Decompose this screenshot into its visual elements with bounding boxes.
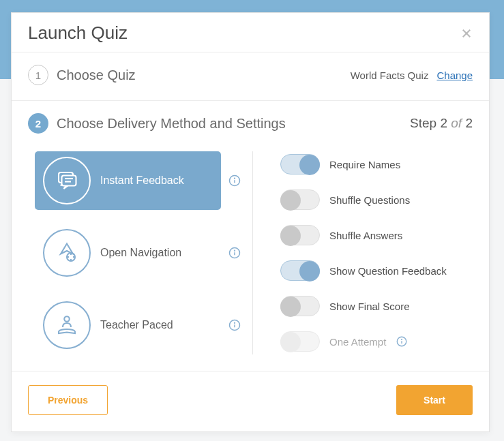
info-icon[interactable] [228,246,241,260]
toggle-show-feedback[interactable] [280,260,320,281]
step-2-content: Instant Feedback [12,134,489,371]
delivery-row-open-nav: Open Navigation [35,224,241,282]
delivery-instant-feedback[interactable]: Instant Feedback [35,151,221,210]
step-counter: Step 2 of 2 [410,116,473,131]
label-shuffle-answers: Shuffle Answers [329,230,402,241]
modal-footer: Previous Start [12,371,489,431]
selected-quiz-name: World Facts Quiz [351,70,429,81]
step-2-section-header: 2 Choose Delivery Method and Settings St… [12,101,489,134]
label-shuffle-questions: Shuffle Questions [329,194,410,206]
modal-header: Launch Quiz [12,13,489,52]
step-1-label: Choose Quiz [57,67,136,83]
start-button[interactable]: Start [396,385,473,415]
setting-shuffle-answers: Shuffle Answers [280,225,473,245]
delivery-instant-label: Instant Feedback [100,174,184,187]
step-counter-suffix: 2 [462,116,473,130]
toggle-require-names[interactable] [280,154,320,174]
close-icon[interactable] [460,27,473,40]
delivery-row-instant: Instant Feedback [35,151,241,210]
previous-button[interactable]: Previous [28,385,108,415]
step-2-number: 2 [28,113,48,134]
toggle-one-attempt [280,331,320,352]
label-show-score: Show Final Score [329,301,410,312]
delivery-open-nav-label: Open Navigation [100,247,181,259]
teacher-paced-icon [43,301,91,349]
svg-point-20 [235,322,235,323]
setting-require-names: Require Names [280,154,473,174]
step-2-label: Choose Delivery Method and Settings [57,116,286,132]
svg-point-17 [64,316,70,322]
toggle-shuffle-questions[interactable] [280,189,320,210]
svg-rect-3 [62,176,76,186]
step-counter-prefix: Step 2 [410,116,451,130]
toggle-shuffle-answers[interactable] [280,225,320,245]
launch-quiz-modal: Launch Quiz 1 Choose Quiz World Facts Qu… [11,12,490,432]
toggle-show-score[interactable] [280,296,320,316]
svg-point-23 [402,339,402,340]
feedback-icon [43,157,91,204]
label-show-feedback: Show Question Feedback [329,265,447,277]
step-counter-of: of [451,116,462,130]
change-quiz-link[interactable]: Change [436,70,473,81]
setting-show-feedback: Show Question Feedback [280,260,473,281]
settings-column: Require Names Shuffle Questions Shuffle … [253,151,473,354]
delivery-teacher-paced[interactable]: Teacher Paced [35,296,221,354]
step-1-section: 1 Choose Quiz World Facts Quiz Change [12,52,489,101]
step-1-number: 1 [28,65,48,85]
setting-shuffle-questions: Shuffle Questions [280,189,473,210]
delivery-row-teacher: Teacher Paced [35,296,241,354]
info-icon[interactable] [228,318,241,332]
label-one-attempt: One Attempt [329,336,386,348]
setting-show-score: Show Final Score [280,296,473,316]
info-icon[interactable] [228,174,241,187]
delivery-teacher-label: Teacher Paced [100,319,173,331]
info-icon[interactable] [396,335,408,348]
open-navigation-icon [43,229,91,277]
label-require-names: Require Names [329,159,400,170]
setting-one-attempt: One Attempt [280,331,473,352]
delivery-method-column: Instant Feedback [35,151,253,354]
delivery-open-navigation[interactable]: Open Navigation [35,224,221,282]
svg-point-8 [235,178,235,179]
svg-point-16 [235,250,235,251]
modal-title: Launch Quiz [28,22,128,44]
